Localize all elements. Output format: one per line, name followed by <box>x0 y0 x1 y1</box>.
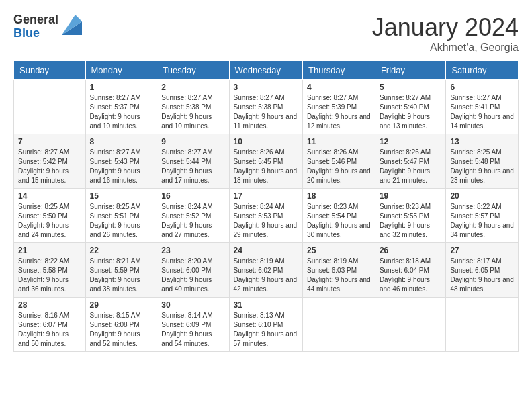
day-number: 16 <box>161 191 224 201</box>
day-info: Sunrise: 8:17 AMSunset: 6:05 PMDaylight:… <box>450 257 514 294</box>
location-title: Akhmet'a, Georgia <box>372 42 519 54</box>
day-number: 6 <box>450 83 514 92</box>
day-cell: 22Sunrise: 8:21 AMSunset: 5:59 PMDayligh… <box>85 243 157 298</box>
day-number: 28 <box>18 300 81 310</box>
day-number: 26 <box>380 246 442 255</box>
day-info: Sunrise: 8:23 AMSunset: 5:54 PMDaylight:… <box>307 202 371 240</box>
day-cell: 9Sunrise: 8:27 AMSunset: 5:44 PMDaylight… <box>157 134 229 189</box>
logo-blue: Blue <box>13 27 58 40</box>
day-number: 1 <box>90 83 153 92</box>
day-info: Sunrise: 8:20 AMSunset: 6:00 PMDaylight:… <box>161 257 224 294</box>
day-info: Sunrise: 8:13 AMSunset: 6:10 PMDaylight:… <box>234 311 299 349</box>
day-info: Sunrise: 8:27 AMSunset: 5:38 PMDaylight:… <box>234 93 299 131</box>
day-number: 7 <box>18 137 81 146</box>
logo-general: General <box>13 13 58 27</box>
day-cell: 18Sunrise: 8:23 AMSunset: 5:54 PMDayligh… <box>303 189 375 243</box>
day-number: 12 <box>380 137 442 146</box>
day-number: 5 <box>380 83 442 92</box>
day-cell <box>303 298 375 352</box>
day-number: 17 <box>234 191 299 201</box>
day-info: Sunrise: 8:27 AMSunset: 5:42 PMDaylight:… <box>18 148 81 185</box>
weekday-header-sunday: Sunday <box>14 61 86 80</box>
day-info: Sunrise: 8:27 AMSunset: 5:43 PMDaylight:… <box>90 148 153 185</box>
day-cell: 26Sunrise: 8:18 AMSunset: 6:04 PMDayligh… <box>375 243 446 298</box>
day-info: Sunrise: 8:26 AMSunset: 5:45 PMDaylight:… <box>234 148 299 185</box>
day-cell: 14Sunrise: 8:25 AMSunset: 5:50 PMDayligh… <box>14 189 86 243</box>
logo-icon <box>62 15 82 35</box>
day-info: Sunrise: 8:22 AMSunset: 5:58 PMDaylight:… <box>18 257 81 294</box>
day-info: Sunrise: 8:27 AMSunset: 5:39 PMDaylight:… <box>307 93 371 131</box>
day-info: Sunrise: 8:25 AMSunset: 5:51 PMDaylight:… <box>90 202 153 240</box>
day-cell: 11Sunrise: 8:26 AMSunset: 5:46 PMDayligh… <box>303 134 375 189</box>
day-info: Sunrise: 8:16 AMSunset: 6:07 PMDaylight:… <box>18 311 81 349</box>
weekday-header-monday: Monday <box>85 61 157 80</box>
day-info: Sunrise: 8:24 AMSunset: 5:52 PMDaylight:… <box>161 202 224 240</box>
week-row-2: 7Sunrise: 8:27 AMSunset: 5:42 PMDaylight… <box>14 134 519 189</box>
day-cell: 25Sunrise: 8:19 AMSunset: 6:03 PMDayligh… <box>303 243 375 298</box>
day-cell: 17Sunrise: 8:24 AMSunset: 5:53 PMDayligh… <box>229 189 303 243</box>
day-number: 15 <box>90 191 153 201</box>
day-number: 30 <box>161 300 224 310</box>
day-cell: 13Sunrise: 8:25 AMSunset: 5:48 PMDayligh… <box>446 134 519 189</box>
week-row-3: 14Sunrise: 8:25 AMSunset: 5:50 PMDayligh… <box>14 189 519 243</box>
logo: General Blue <box>13 13 82 40</box>
day-number: 20 <box>450 191 514 201</box>
day-cell <box>14 80 86 134</box>
day-info: Sunrise: 8:27 AMSunset: 5:41 PMDaylight:… <box>450 93 514 131</box>
day-info: Sunrise: 8:21 AMSunset: 5:59 PMDaylight:… <box>90 257 153 294</box>
day-number: 31 <box>234 300 299 310</box>
day-cell: 19Sunrise: 8:23 AMSunset: 5:55 PMDayligh… <box>375 189 446 243</box>
day-cell: 23Sunrise: 8:20 AMSunset: 6:00 PMDayligh… <box>157 243 229 298</box>
day-info: Sunrise: 8:18 AMSunset: 6:04 PMDaylight:… <box>380 257 442 294</box>
day-info: Sunrise: 8:19 AMSunset: 6:03 PMDaylight:… <box>307 257 371 294</box>
weekday-header-thursday: Thursday <box>303 61 375 80</box>
day-info: Sunrise: 8:27 AMSunset: 5:37 PMDaylight:… <box>90 93 153 131</box>
page-header: General Blue January 2024 Akhmet'a, Geor… <box>13 13 519 54</box>
day-number: 13 <box>450 137 514 146</box>
day-number: 23 <box>161 246 224 255</box>
day-cell <box>446 298 519 352</box>
day-info: Sunrise: 8:24 AMSunset: 5:53 PMDaylight:… <box>234 202 299 240</box>
day-number: 19 <box>380 191 442 201</box>
weekday-header-wednesday: Wednesday <box>229 61 303 80</box>
day-number: 10 <box>234 137 299 146</box>
day-number: 22 <box>90 246 153 255</box>
day-cell: 6Sunrise: 8:27 AMSunset: 5:41 PMDaylight… <box>446 80 519 134</box>
day-number: 29 <box>90 300 153 310</box>
week-row-5: 28Sunrise: 8:16 AMSunset: 6:07 PMDayligh… <box>14 298 519 352</box>
day-number: 3 <box>234 83 299 92</box>
day-info: Sunrise: 8:27 AMSunset: 5:40 PMDaylight:… <box>380 93 442 131</box>
day-info: Sunrise: 8:25 AMSunset: 5:50 PMDaylight:… <box>18 202 81 240</box>
day-info: Sunrise: 8:15 AMSunset: 6:08 PMDaylight:… <box>90 311 153 349</box>
weekday-header-tuesday: Tuesday <box>157 61 229 80</box>
day-cell: 8Sunrise: 8:27 AMSunset: 5:43 PMDaylight… <box>85 134 157 189</box>
day-info: Sunrise: 8:22 AMSunset: 5:57 PMDaylight:… <box>450 202 514 240</box>
day-cell: 16Sunrise: 8:24 AMSunset: 5:52 PMDayligh… <box>157 189 229 243</box>
day-cell: 30Sunrise: 8:14 AMSunset: 6:09 PMDayligh… <box>157 298 229 352</box>
day-info: Sunrise: 8:26 AMSunset: 5:47 PMDaylight:… <box>380 148 442 185</box>
day-cell: 3Sunrise: 8:27 AMSunset: 5:38 PMDaylight… <box>229 80 303 134</box>
day-number: 25 <box>307 246 371 255</box>
week-row-1: 1Sunrise: 8:27 AMSunset: 5:37 PMDaylight… <box>14 80 519 134</box>
day-number: 4 <box>307 83 371 92</box>
day-number: 9 <box>161 137 224 146</box>
day-cell: 21Sunrise: 8:22 AMSunset: 5:58 PMDayligh… <box>14 243 86 298</box>
day-cell: 29Sunrise: 8:15 AMSunset: 6:08 PMDayligh… <box>85 298 157 352</box>
month-title: January 2024 <box>372 13 519 42</box>
day-cell: 15Sunrise: 8:25 AMSunset: 5:51 PMDayligh… <box>85 189 157 243</box>
day-info: Sunrise: 8:25 AMSunset: 5:48 PMDaylight:… <box>450 148 514 185</box>
day-cell: 28Sunrise: 8:16 AMSunset: 6:07 PMDayligh… <box>14 298 86 352</box>
day-cell: 31Sunrise: 8:13 AMSunset: 6:10 PMDayligh… <box>229 298 303 352</box>
day-cell: 1Sunrise: 8:27 AMSunset: 5:37 PMDaylight… <box>85 80 157 134</box>
day-number: 24 <box>234 246 299 255</box>
day-cell: 4Sunrise: 8:27 AMSunset: 5:39 PMDaylight… <box>303 80 375 134</box>
weekday-header-friday: Friday <box>375 61 446 80</box>
day-number: 21 <box>18 246 81 255</box>
day-number: 14 <box>18 191 81 201</box>
day-info: Sunrise: 8:27 AMSunset: 5:44 PMDaylight:… <box>161 148 224 185</box>
day-cell: 12Sunrise: 8:26 AMSunset: 5:47 PMDayligh… <box>375 134 446 189</box>
day-number: 2 <box>161 83 224 92</box>
day-cell <box>375 298 446 352</box>
calendar-table: SundayMondayTuesdayWednesdayThursdayFrid… <box>13 60 519 352</box>
day-number: 27 <box>450 246 514 255</box>
